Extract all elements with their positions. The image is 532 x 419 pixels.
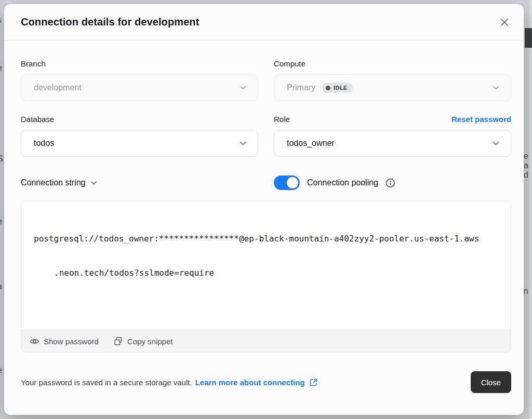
copy-snippet-label: Copy snippet	[127, 337, 173, 346]
page-title: Connection details for development	[21, 16, 199, 28]
connection-string-label: Connection string	[21, 178, 86, 187]
show-password-button[interactable]: Show password	[30, 336, 99, 346]
backdrop-text-fragment: S	[0, 154, 3, 164]
backdrop-text-fragment: e	[0, 217, 2, 226]
modal-footer: Your password is saved in a secure stora…	[21, 371, 511, 393]
chevron-down-icon	[493, 141, 499, 145]
modal-header: Connection details for development	[4, 4, 524, 40]
connection-string-dropdown[interactable]: Connection string	[21, 178, 258, 187]
reset-password-link[interactable]: Reset password	[451, 115, 511, 124]
backdrop-text-fragment: a	[524, 161, 528, 170]
compute-value: Primary	[287, 83, 315, 92]
compute-select[interactable]: Primary IDLE	[274, 74, 511, 101]
close-icon	[499, 17, 510, 28]
database-select[interactable]: todos	[21, 130, 258, 157]
role-label: Role	[274, 115, 290, 124]
external-link-icon[interactable]	[309, 378, 318, 387]
backdrop-text-fragment: e	[0, 366, 2, 375]
connection-pooling-toggle[interactable]	[274, 175, 300, 190]
code-line: postgresql://todos_owner:***************…	[34, 233, 498, 245]
close-button[interactable]	[498, 16, 511, 29]
chevron-down-icon	[240, 86, 246, 90]
branch-label: Branch	[21, 59, 258, 68]
idle-badge-label: IDLE	[334, 85, 348, 91]
password-vault-note: Your password is saved in a secure stora…	[21, 378, 318, 387]
copy-snippet-button[interactable]: Copy snippet	[113, 336, 173, 346]
background-dark-element	[525, 28, 532, 48]
connection-pooling-control: Connection pooling	[274, 175, 511, 190]
code-panel-toolbar: Show password Copy snippet	[21, 330, 511, 352]
show-password-label: Show password	[44, 337, 99, 346]
backdrop-text-fragment: d	[524, 170, 528, 180]
branch-field: Branch development	[21, 59, 258, 101]
idle-dot-icon	[326, 86, 330, 90]
modal-body: Branch development Compute Primary	[4, 40, 524, 415]
backdrop-text-fragment: a	[0, 282, 2, 291]
role-select[interactable]: todos_owner	[274, 130, 511, 157]
role-value: todos_owner	[287, 139, 335, 148]
status-badge: IDLE	[322, 83, 353, 93]
role-field: Role Reset password todos_owner	[274, 115, 511, 157]
branch-compute-row: Branch development Compute Primary	[21, 59, 511, 101]
chevron-down-icon	[91, 181, 97, 185]
toggle-knob	[287, 177, 298, 188]
database-label: Database	[21, 115, 258, 124]
info-icon[interactable]	[385, 178, 395, 188]
copy-icon	[113, 336, 123, 346]
database-field: Database todos	[21, 115, 258, 157]
compute-label: Compute	[274, 59, 511, 68]
connection-string-code[interactable]: postgresql://todos_owner:***************…	[21, 201, 511, 330]
branch-select[interactable]: development	[21, 74, 258, 101]
close-modal-button[interactable]: Close	[471, 371, 511, 393]
connection-options-row: Connection string Connection pooling	[21, 175, 511, 190]
backdrop-text-fragment: e	[0, 63, 2, 73]
backdrop-text-fragment: n	[524, 287, 528, 296]
connection-string-panel: postgresql://todos_owner:***************…	[21, 200, 511, 353]
code-line: .neon.tech/todos?sslmode=require	[34, 267, 498, 279]
compute-field: Compute Primary IDLE	[274, 59, 511, 101]
chevron-down-icon	[493, 86, 499, 90]
vault-note-text: Your password is saved in a secure stora…	[21, 378, 192, 387]
background-scrollbar[interactable]	[528, 0, 532, 419]
branch-value: development	[34, 83, 82, 92]
database-value: todos	[34, 139, 54, 148]
backdrop-text-fragment: e	[524, 152, 528, 161]
connection-pooling-label: Connection pooling	[307, 178, 378, 187]
chevron-down-icon	[240, 141, 246, 145]
learn-more-link[interactable]: Learn more about connecting	[195, 378, 305, 387]
eye-icon	[30, 336, 39, 346]
database-role-row: Database todos Role Reset password	[21, 115, 511, 157]
connection-details-modal: Connection details for development Branc…	[4, 4, 524, 415]
backdrop-text-fragment: s	[0, 16, 2, 25]
